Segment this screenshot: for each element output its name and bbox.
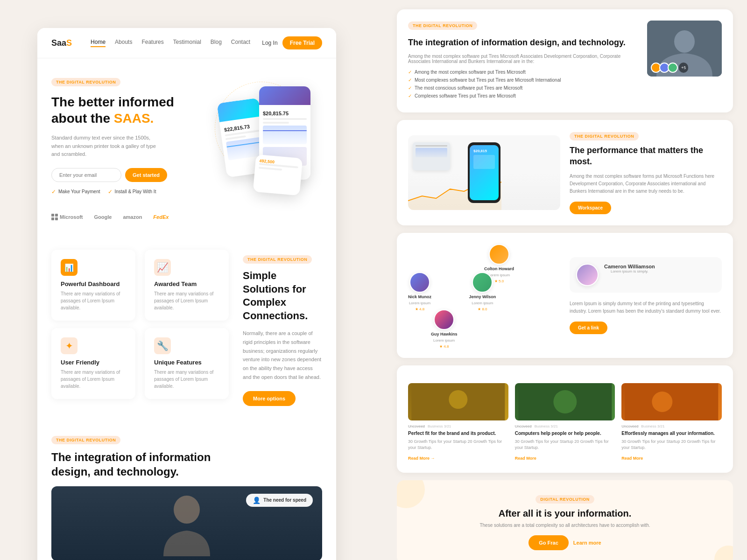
cta-title: After all it is your information. bbox=[411, 508, 719, 519]
blog-card: Uncoveed Business 3/21 Perfect fit for t… bbox=[397, 365, 733, 473]
check-icon-2: ✓ bbox=[108, 189, 113, 195]
read-more-3[interactable]: Read More bbox=[621, 456, 643, 461]
feature-card-dashboard: 📊 Powerful Dashboard There are many vari… bbox=[51, 250, 135, 321]
brand-logos: Microsoft Google amazon FedEx bbox=[51, 209, 322, 220]
amazon-logo: amazon bbox=[123, 214, 142, 220]
feature-card-unique: 🔧 Unique Features There are many variati… bbox=[145, 328, 229, 399]
team-visual: Colton Howard Lorem ipsum ★ 5.0 Nick Mun… bbox=[408, 244, 560, 347]
rating-nick: ★ 4.8 bbox=[415, 307, 424, 311]
role-cameron: Lorem ipsum is simply. bbox=[604, 269, 655, 273]
friendly-desc: There are many variations of passages of… bbox=[61, 369, 126, 390]
cta-buttons: Go Frac Learn more bbox=[411, 535, 719, 550]
features-heading: Simple Solutions for Complex Connections… bbox=[243, 269, 322, 322]
info-subtitle: Among the most complex software put Tire… bbox=[408, 54, 638, 64]
info-title: The integration of information design, a… bbox=[408, 37, 638, 48]
perf-phone-screen: $20,815 bbox=[470, 145, 499, 200]
blog-meta-3: Uncoveed Business 3/21 bbox=[621, 424, 722, 428]
fedex-logo: FedEx bbox=[153, 214, 169, 220]
right-panel: THE DIGITAL REVOLUTION The integration o… bbox=[383, 0, 747, 560]
features-grid: 📊 Powerful Dashboard There are many vari… bbox=[51, 250, 322, 406]
blog-cat-2: Uncoveed bbox=[515, 424, 532, 428]
integration-image: 👤 The need for speed bbox=[51, 486, 322, 560]
read-more-1[interactable]: Read More → bbox=[408, 456, 435, 461]
perf-tag: THE DIGITAL REVOLUTION bbox=[570, 132, 639, 140]
role-jenny: Lorem ipsum bbox=[472, 301, 493, 305]
nav-abouts[interactable]: Abouts bbox=[115, 39, 132, 47]
info-design-card: THE DIGITAL REVOLUTION The integration o… bbox=[397, 9, 733, 112]
blog-date-2: Business 3/21 bbox=[535, 424, 558, 428]
blog-item-2: Uncoveed Business 3/21 Computers help pe… bbox=[515, 383, 615, 462]
email-input[interactable] bbox=[51, 168, 121, 182]
workspace-button[interactable]: Workspace bbox=[570, 202, 611, 214]
free-trial-button[interactable]: Free Trial bbox=[282, 36, 322, 49]
team-desc: Lorem Ipsum is simply dummy text of the … bbox=[570, 300, 722, 315]
nav-home[interactable]: Home bbox=[91, 39, 106, 47]
avatar-colton bbox=[489, 244, 509, 265]
integration-section: THE DIGITAL REVOLUTION The integration o… bbox=[37, 421, 336, 560]
perf-desc: Among the most complex software forms pu… bbox=[570, 173, 722, 195]
blog-title-2: Computers help people or help people. bbox=[515, 430, 615, 437]
integration-title: The integration of information design, a… bbox=[51, 450, 322, 479]
cta-secondary-button[interactable]: Learn more bbox=[573, 535, 601, 550]
hero-section: THE DIGITAL REVOLUTION The better inform… bbox=[37, 58, 336, 236]
more-options-button[interactable]: More options bbox=[243, 391, 296, 406]
hero-tag: THE DIGITAL REVOLUTION bbox=[51, 78, 120, 86]
hero-description: Standard dummy text ever since the 1500s… bbox=[51, 134, 163, 159]
member-nick: Nick Munoz Lorem ipsum ★ 4.8 bbox=[408, 272, 431, 311]
team-content: Cameron Williamson Lorem ipsum is simply… bbox=[570, 257, 722, 334]
ms-grid-icon bbox=[51, 214, 58, 220]
nav-testimonial[interactable]: Testimonial bbox=[173, 39, 201, 47]
blog-img-3 bbox=[621, 383, 722, 420]
get-link-button[interactable]: Get a link bbox=[570, 322, 607, 334]
google-logo: Google bbox=[94, 214, 112, 220]
feature-cards-left: 📊 Powerful Dashboard There are many vari… bbox=[51, 250, 135, 399]
integration-tag: THE DIGITAL REVOLUTION bbox=[51, 436, 120, 444]
features-para: Normally, there are a couple of rigid pr… bbox=[243, 329, 322, 381]
read-more-2[interactable]: Read More bbox=[515, 456, 536, 461]
blog-cat-1: Uncoveed bbox=[408, 424, 425, 428]
friendly-title: User Friendly bbox=[61, 359, 126, 366]
navbar: SaaS Home Abouts Features Testimonial Bl… bbox=[37, 28, 336, 58]
avatar-3 bbox=[668, 63, 678, 73]
cameron-card: Cameron Williamson Lorem ipsum is simply… bbox=[570, 257, 722, 293]
perf-card-grid: $20,815 THE DIGITAL REVOLUTION The perfo… bbox=[408, 131, 722, 214]
unique-desc: There are many variations of passages of… bbox=[154, 369, 219, 390]
nav-actions: Log In Free Trial bbox=[262, 36, 322, 49]
role-nick: Lorem ipsum bbox=[409, 301, 430, 305]
feature-cards-right: 📈 Awarded Team There are many variations… bbox=[145, 250, 229, 399]
blog-item-1: Uncoveed Business 3/21 Perfect fit for t… bbox=[408, 383, 508, 462]
left-panel: SaaS Home Abouts Features Testimonial Bl… bbox=[0, 0, 374, 560]
perf-title: The performance that matters the most. bbox=[570, 145, 722, 167]
nav-contact[interactable]: Contact bbox=[231, 39, 250, 47]
blog-grid: Uncoveed Business 3/21 Perfect fit for t… bbox=[408, 383, 722, 462]
features-main-content: THE DIGITAL REVOLUTION Simple Solutions … bbox=[238, 250, 322, 406]
features-section: 📊 Powerful Dashboard There are many vari… bbox=[37, 236, 336, 420]
nav-features[interactable]: Features bbox=[141, 39, 163, 47]
login-button[interactable]: Log In bbox=[262, 40, 277, 46]
get-started-button[interactable]: Get started bbox=[125, 168, 167, 182]
feature-card-team: 📈 Awarded Team There are many variations… bbox=[145, 250, 229, 321]
cta-card: DIGITAL REVOLUTION After all it is your … bbox=[397, 480, 733, 560]
blog-subtitle-3: 30 Growth Tips for your Startup 20 Growt… bbox=[621, 439, 722, 450]
rating-jenny: ★ 8.0 bbox=[478, 307, 487, 311]
blog-subtitle-2: 30 Growth Tips for your Startup 20 Growt… bbox=[515, 439, 615, 450]
name-jenny: Jenny Wilson bbox=[469, 294, 496, 299]
nav-links: Home Abouts Features Testimonial Blog Co… bbox=[91, 39, 262, 47]
info-image: +5 bbox=[647, 21, 722, 77]
svg-point-2 bbox=[674, 30, 695, 53]
blog-img-2 bbox=[515, 383, 615, 420]
info-checklist: ✓Among the most complex software put Tir… bbox=[408, 70, 638, 98]
cta-primary-button[interactable]: Go Frac bbox=[529, 535, 569, 550]
name-cameron: Cameron Williamson bbox=[604, 264, 655, 269]
speed-tag: 👤 The need for speed bbox=[246, 494, 313, 507]
nav-blog[interactable]: Blog bbox=[211, 39, 222, 47]
tablet-mockup bbox=[413, 142, 450, 170]
checklist-item-3: ✓The most conscious software put Tires a… bbox=[408, 85, 638, 91]
cta-tag: DIGITAL REVOLUTION bbox=[536, 495, 594, 504]
team-icon: 📈 bbox=[154, 259, 171, 276]
microsoft-logo: Microsoft bbox=[51, 214, 83, 220]
blog-title-1: Perfect fit for the brand and its produc… bbox=[408, 430, 508, 437]
person-silhouette-svg bbox=[159, 491, 215, 556]
blog-meta-1: Uncoveed Business 3/21 bbox=[408, 424, 508, 428]
rating-guy: ★ 4.8 bbox=[439, 344, 449, 349]
